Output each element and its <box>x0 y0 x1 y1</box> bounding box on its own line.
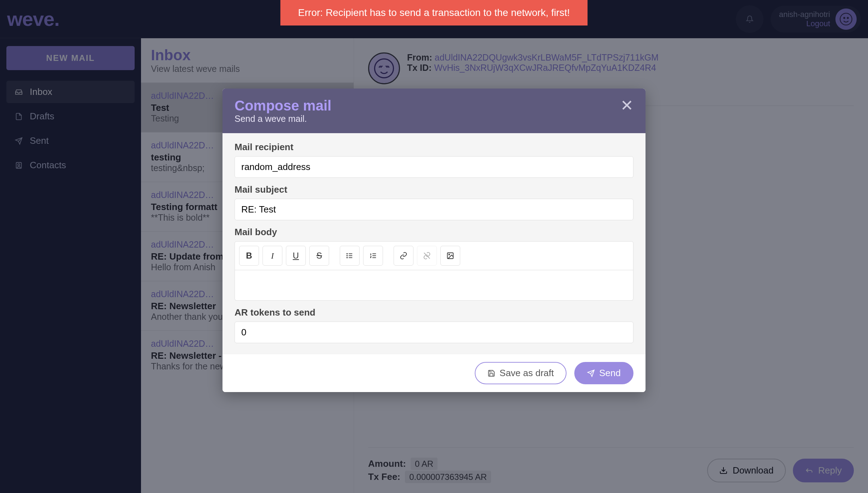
recipient-label: Mail recipient <box>235 142 633 153</box>
tokens-label: AR tokens to send <box>235 307 633 318</box>
modal-title: Compose mail <box>235 98 331 114</box>
svg-point-12 <box>347 254 348 254</box>
bullet-list-icon <box>346 252 354 260</box>
tokens-input[interactable] <box>235 322 633 343</box>
image-icon <box>446 252 454 260</box>
svg-point-13 <box>347 255 348 256</box>
bullet-list-button[interactable] <box>340 246 360 266</box>
unlink-icon <box>423 252 431 260</box>
body-editor[interactable] <box>235 270 633 301</box>
modal-body: Mail recipient Mail subject Mail body B … <box>222 133 646 354</box>
bold-button[interactable]: B <box>239 246 259 266</box>
underline-icon: U <box>293 251 299 261</box>
send-icon <box>587 369 595 377</box>
modal-subtitle: Send a weve mail. <box>235 114 331 124</box>
italic-button[interactable]: I <box>263 246 282 266</box>
underline-button[interactable]: U <box>286 246 306 266</box>
modal-foot: Save as draft Send <box>222 354 646 392</box>
link-button[interactable] <box>394 246 413 266</box>
svg-point-14 <box>347 257 348 258</box>
strikethrough-icon: S <box>316 251 322 261</box>
send-label: Send <box>599 368 621 379</box>
save-draft-button[interactable]: Save as draft <box>475 362 567 384</box>
close-icon: ✕ <box>620 97 633 114</box>
bold-icon: B <box>246 251 252 261</box>
italic-icon: I <box>271 251 274 261</box>
link-icon <box>400 252 407 260</box>
modal-head: Compose mail Send a weve mail. ✕ <box>222 89 646 133</box>
subject-label: Mail subject <box>235 184 633 195</box>
svg-point-20 <box>449 254 450 255</box>
compose-modal: Compose mail Send a weve mail. ✕ Mail re… <box>222 89 646 392</box>
numbered-list-button[interactable] <box>363 246 383 266</box>
close-button[interactable]: ✕ <box>620 98 633 113</box>
save-draft-label: Save as draft <box>500 368 554 379</box>
send-button[interactable]: Send <box>574 362 633 384</box>
subject-input[interactable] <box>235 199 633 220</box>
save-icon <box>487 369 495 377</box>
recipient-input[interactable] <box>235 156 633 178</box>
error-banner: Error: Recipient has to send a transacti… <box>280 0 587 26</box>
body-label: Mail body <box>235 227 633 238</box>
image-button[interactable] <box>440 246 460 266</box>
numbered-list-icon <box>369 252 377 260</box>
strikethrough-button[interactable]: S <box>309 246 329 266</box>
editor-toolbar: B I U S <box>235 241 633 270</box>
unlink-button <box>417 246 437 266</box>
